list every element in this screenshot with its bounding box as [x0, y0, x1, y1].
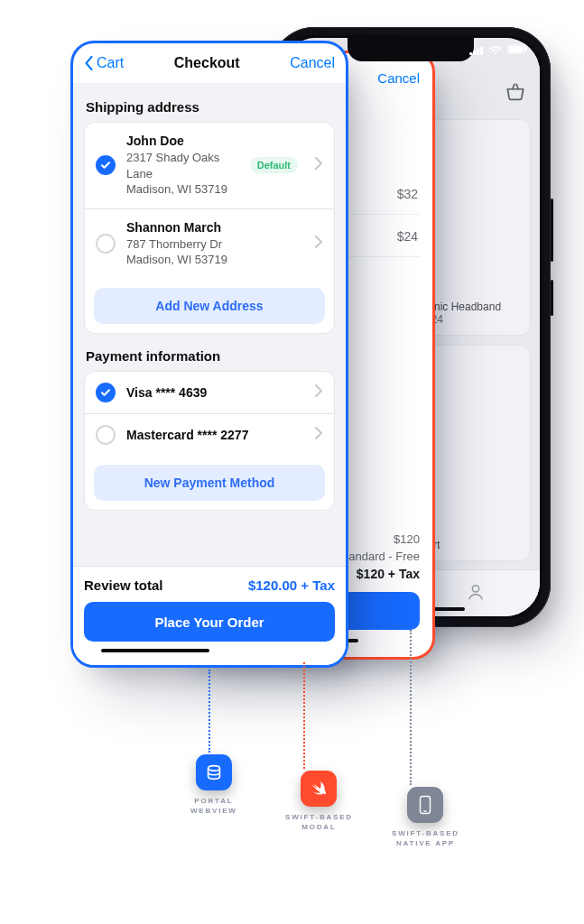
callout-native-label: SWIFT-BASEDNATIVE APP [392, 828, 459, 848]
wifi-icon [489, 42, 502, 51]
svg-rect-1 [473, 51, 476, 55]
svg-rect-0 [469, 52, 472, 55]
callout-line-swift [303, 662, 305, 769]
portal-chip-icon [196, 754, 232, 790]
callout-swift: SWIFT-BASEDMODAL [285, 771, 353, 832]
svg-rect-2 [477, 49, 479, 55]
callout-native: SWIFT-BASEDNATIVE APP [392, 787, 459, 848]
svg-rect-3 [480, 47, 483, 55]
swift-chip-icon [301, 771, 337, 807]
native-chip-icon [407, 787, 443, 823]
status-bar [469, 42, 527, 51]
cellular-signal-icon [469, 42, 484, 51]
battery-icon [507, 42, 527, 51]
callouts-layer: PORTALWEBVIEW SWIFT-BASEDMODAL SWIFT-BAS… [0, 0, 584, 924]
callout-portal: PORTALWEBVIEW [190, 754, 237, 816]
callout-line-native [410, 630, 412, 785]
svg-rect-7 [525, 47, 527, 51]
svg-point-9 [208, 766, 219, 772]
device-notch [348, 38, 474, 61]
callout-line-portal [209, 670, 210, 753]
svg-rect-6 [509, 46, 524, 53]
callout-portal-label: PORTALWEBVIEW [190, 796, 237, 816]
callout-swift-label: SWIFT-BASEDMODAL [285, 812, 353, 832]
svg-point-4 [495, 52, 496, 54]
